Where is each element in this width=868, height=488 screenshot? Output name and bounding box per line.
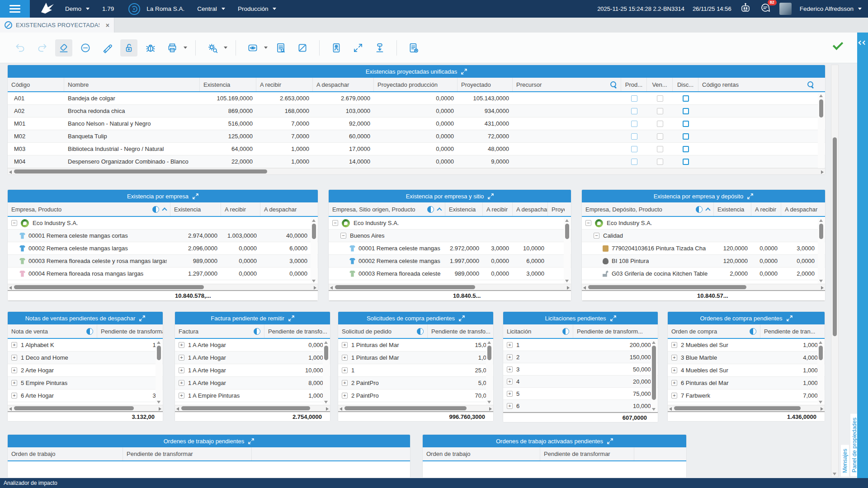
expand-panel-icon[interactable] <box>459 315 465 321</box>
pending-row[interactable]: 3 Blue Marble4,0000 <box>668 352 825 364</box>
expand-expander-icon[interactable] <box>342 342 348 348</box>
column-header-group[interactable]: Empresa, Depósito, Producto <box>582 202 714 216</box>
scrollbar-thumb[interactable] <box>344 406 467 410</box>
scroll-up-icon[interactable] <box>565 219 569 222</box>
expand-expander-icon[interactable] <box>179 342 184 348</box>
column-header-a-recibir[interactable]: A recibir <box>221 202 260 216</box>
vertical-scrollbar[interactable] <box>311 218 317 284</box>
pending-row[interactable]: 1 Deco and Home1 <box>8 352 163 364</box>
scroll-down-icon[interactable] <box>652 408 656 411</box>
eraser-icon[interactable] <box>55 39 72 56</box>
column-header-existencia[interactable]: Existencia <box>200 78 256 91</box>
expand-expander-icon[interactable] <box>179 393 184 399</box>
checkbox-ven[interactable] <box>657 121 663 127</box>
tree-row-product[interactable]: G03 Grifería de cocina Kitchen Table 2,0… <box>582 267 825 280</box>
scrollbar-thumb[interactable] <box>14 169 267 174</box>
checkbox-disc[interactable] <box>683 95 689 102</box>
expand-expander-icon[interactable] <box>11 355 17 361</box>
expand-panel-icon[interactable] <box>288 315 294 321</box>
horizontal-scrollbar[interactable] <box>338 405 493 411</box>
tree-row-product[interactable]: 00001 Remera celeste mangas cortas 2.974… <box>8 230 318 242</box>
tree-row-product[interactable]: 7790204103616 Pintura Tizada Cha 120,000… <box>582 242 825 255</box>
checkbox-disc[interactable] <box>683 121 689 127</box>
pending-row[interactable]: 610,0000 <box>503 400 658 412</box>
expand-expander-icon[interactable] <box>507 379 513 385</box>
page-vertical-scrollbar[interactable] <box>831 65 839 477</box>
pending-row[interactable]: 2150,0000 <box>503 351 658 363</box>
vertical-scrollbar[interactable] <box>651 340 657 412</box>
checkbox-prod[interactable] <box>631 108 637 114</box>
expand-expander-icon[interactable] <box>507 366 513 372</box>
scroll-up-icon[interactable] <box>819 94 823 97</box>
expand-expander-icon[interactable] <box>671 355 677 361</box>
vertical-scrollbar[interactable] <box>564 218 571 284</box>
collapse-expander-icon[interactable] <box>585 220 591 226</box>
pending-row[interactable]: 4 Muebles del Sur1,0000 <box>668 364 825 377</box>
scroll-down-icon[interactable] <box>487 401 491 404</box>
expand-expander-icon[interactable] <box>11 342 17 348</box>
scrollbar-thumb[interactable] <box>14 285 204 289</box>
scroll-left-icon[interactable] <box>9 170 12 174</box>
scrollbar-thumb[interactable] <box>157 346 161 360</box>
scroll-left-icon[interactable] <box>9 407 12 411</box>
column-header[interactable]: Pendiente de transformar <box>123 447 252 460</box>
scroll-right-icon[interactable] <box>821 407 823 411</box>
column-header-existencia[interactable]: Existencia <box>445 202 483 216</box>
vertical-scrollbar[interactable] <box>323 340 330 405</box>
edit-disabled-icon[interactable] <box>294 39 311 56</box>
scroll-up-icon[interactable] <box>819 219 823 222</box>
vertical-scrollbar[interactable] <box>817 340 824 405</box>
tree-row-product[interactable]: 00001 Remera celeste mangas co 2.972,000… <box>329 242 571 255</box>
unlock-icon[interactable] <box>120 39 137 56</box>
scroll-down-icon[interactable] <box>565 280 569 282</box>
expand-expander-icon[interactable] <box>507 403 513 409</box>
tree-row-site[interactable]: Buenos Aires <box>329 230 571 242</box>
expand-expander-icon[interactable] <box>179 367 184 373</box>
pending-row[interactable]: 2 Muebles del Sur1,0000 <box>668 339 825 352</box>
pending-row[interactable]: 5 Empire Pinturas5 <box>8 377 163 389</box>
scroll-up-icon[interactable] <box>312 219 316 222</box>
expand-expander-icon[interactable] <box>342 393 348 399</box>
checkbox-ven[interactable] <box>657 95 663 102</box>
expand-panel-icon[interactable] <box>610 315 616 321</box>
pending-row[interactable]: 1 Pinturas del Mar1,00 <box>338 352 493 364</box>
assistant-bot-icon[interactable] <box>740 2 751 15</box>
expand-icon[interactable] <box>349 39 367 56</box>
print-icon[interactable] <box>164 39 181 56</box>
column-header[interactable]: Pendiente de transformar <box>540 447 634 460</box>
expand-expander-icon[interactable] <box>179 355 184 361</box>
debug-bug-icon[interactable] <box>142 39 159 56</box>
column-header[interactable]: Pendiente de transform... <box>573 324 658 338</box>
collapse-panel-icons[interactable] <box>859 39 867 46</box>
scroll-right-icon[interactable] <box>326 407 329 411</box>
scroll-right-icon[interactable] <box>567 286 570 290</box>
pending-row[interactable]: 1 A Arte Hogar1,0000 <box>175 352 330 364</box>
expand-panel-icon[interactable] <box>488 193 494 199</box>
settings-search-icon[interactable] <box>204 39 221 56</box>
tree-row-product[interactable]: 00003 Remera floreada celeste y rosa man… <box>8 255 318 267</box>
collapse-expander-icon[interactable] <box>332 220 338 226</box>
column-header-group[interactable]: Empresa, Producto <box>8 202 170 216</box>
pending-row[interactable]: 1200,0000 <box>503 339 658 351</box>
column-header-codigo-rentas[interactable]: Código rentas <box>698 78 818 91</box>
expand-panel-icon[interactable] <box>248 438 254 444</box>
column-header-existencia[interactable]: Existencia <box>714 202 751 216</box>
confirm-check-icon[interactable] <box>832 40 844 52</box>
table-row[interactable]: M01 Banco Nelson - Natural y Negro 516,0… <box>8 117 825 130</box>
column-header-prod[interactable]: Prod... <box>621 78 647 91</box>
expand-expander-icon[interactable] <box>507 354 513 360</box>
user-avatar[interactable] <box>779 3 792 15</box>
scrollbar-thumb[interactable] <box>565 224 569 239</box>
checkbox-ven[interactable] <box>657 108 663 114</box>
column-header[interactable]: Nota de venta <box>8 324 97 338</box>
scroll-down-icon[interactable] <box>819 280 823 282</box>
settings-dropdown-icon[interactable] <box>224 47 227 49</box>
sort-asc-icon[interactable] <box>437 207 442 212</box>
horizontal-scrollbar[interactable] <box>8 284 318 290</box>
scroll-right-icon[interactable] <box>314 286 316 290</box>
pending-row[interactable]: 1 A Empire Pinturas1,0000 <box>175 389 330 402</box>
pending-row[interactable]: 7 Farbwerk7,0000 <box>668 389 825 402</box>
expand-expander-icon[interactable] <box>507 391 513 397</box>
expand-expander-icon[interactable] <box>11 380 17 386</box>
expand-expander-icon[interactable] <box>11 393 17 399</box>
